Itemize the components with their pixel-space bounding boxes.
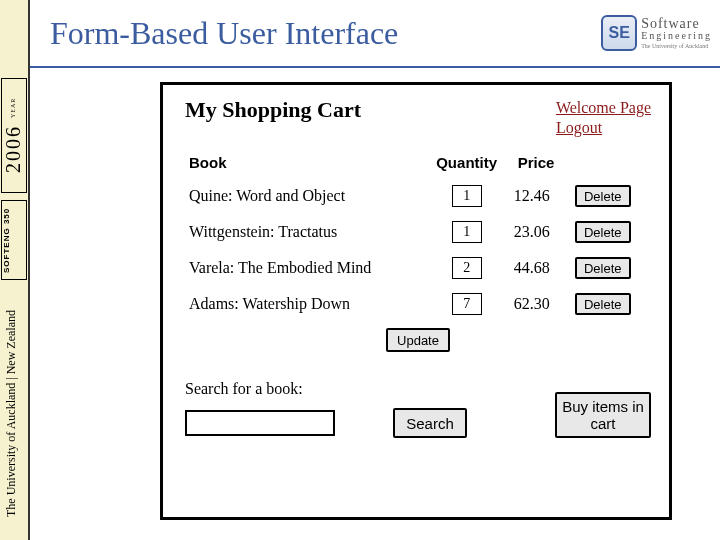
year-value: 2006 <box>2 125 24 173</box>
delete-button[interactable]: Delete <box>575 185 631 207</box>
logout-link[interactable]: Logout <box>556 119 651 137</box>
logo-line3: The University of Auckland <box>641 43 712 49</box>
col-book: Book <box>185 147 424 178</box>
year-label: YEAR <box>10 98 16 118</box>
delete-button[interactable]: Delete <box>575 221 631 243</box>
row-price: 44.68 <box>510 250 571 286</box>
logo-text: Software Engineering The University of A… <box>641 17 712 49</box>
buy-button[interactable]: Buy items in cart <box>555 392 651 438</box>
course-code: SOFTENG 350 <box>1 200 27 280</box>
title-bar: Form-Based User Interface SE Software En… <box>30 0 720 68</box>
delete-button[interactable]: Delete <box>575 257 631 279</box>
logo: SE Software Engineering The University o… <box>601 15 712 51</box>
row-title: Adams: Watership Down <box>185 286 424 322</box>
row-price: 62.30 <box>510 286 571 322</box>
col-price: Price <box>510 147 571 178</box>
cart-table: Book Quantity Price Quine: Word and Obje… <box>185 147 651 322</box>
quantity-input[interactable] <box>452 257 482 279</box>
delete-button[interactable]: Delete <box>575 293 631 315</box>
row-title: Quine: Word and Object <box>185 178 424 214</box>
row-price: 23.06 <box>510 214 571 250</box>
quantity-input[interactable] <box>452 293 482 315</box>
logo-line2: Engineering <box>641 31 712 41</box>
row-price: 12.46 <box>510 178 571 214</box>
table-row: Quine: Word and Object 12.46 Delete <box>185 178 651 214</box>
welcome-link[interactable]: Welcome Page <box>556 99 651 117</box>
quantity-input[interactable] <box>452 221 482 243</box>
panel-heading: My Shopping Cart <box>185 97 361 137</box>
university-name: The University of Auckland | New Zealand <box>4 298 24 528</box>
row-title: Varela: The Embodied Mind <box>185 250 424 286</box>
col-quantity: Quantity <box>424 147 510 178</box>
row-title: Wittgenstein: Tractatus <box>185 214 424 250</box>
table-row: Adams: Watership Down 62.30 Delete <box>185 286 651 322</box>
search-label: Search for a book: <box>185 380 467 398</box>
cart-panel: My Shopping Cart Welcome Page Logout Boo… <box>160 82 672 520</box>
year-box: 2006 YEAR <box>1 78 27 193</box>
table-row: Wittgenstein: Tractatus 23.06 Delete <box>185 214 651 250</box>
left-rail: 2006 YEAR SOFTENG 350 The University of … <box>0 0 30 540</box>
search-input[interactable] <box>185 410 335 436</box>
table-row: Varela: The Embodied Mind 44.68 Delete <box>185 250 651 286</box>
search-button[interactable]: Search <box>393 408 467 438</box>
quantity-input[interactable] <box>452 185 482 207</box>
slide-title: Form-Based User Interface <box>50 15 398 52</box>
update-button[interactable]: Update <box>386 328 450 352</box>
logo-line1: Software <box>641 17 712 31</box>
logo-mark: SE <box>601 15 637 51</box>
